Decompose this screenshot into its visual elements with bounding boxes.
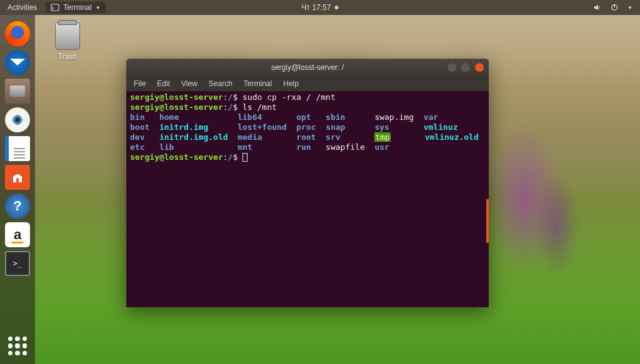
activities-button[interactable]: Activities (8, 3, 37, 12)
menu-help[interactable]: Help (279, 78, 302, 89)
window-title: sergiy@losst-server: / (271, 63, 344, 72)
menu-view[interactable]: View (178, 78, 201, 89)
terminal-line: sergiy@losst-server:/$ (130, 152, 485, 162)
trash-label: Trash (49, 52, 86, 61)
close-button[interactable] (475, 63, 484, 72)
chevron-down-icon: ▼ (96, 5, 101, 11)
minimize-button[interactable] (448, 63, 456, 72)
ls-output-row: etc lib mnt run swapfile usr (130, 142, 485, 152)
menu-edit[interactable]: Edit (153, 78, 174, 89)
ls-output-row: boot initrd.img lost+found proc snap sys… (130, 122, 485, 132)
terminal-body[interactable]: sergiy@losst-server:/$ sudo cp -rxa / /m… (126, 91, 489, 307)
dock-writer[interactable] (5, 136, 30, 161)
dock-files[interactable] (5, 79, 30, 104)
show-applications-button[interactable] (8, 337, 27, 355)
menubar: File Edit View Search Terminal Help (126, 76, 489, 91)
trash-icon (55, 22, 80, 50)
terminal-window: sergiy@losst-server: / File Edit View Se… (126, 59, 489, 307)
app-indicator-label: Terminal (63, 3, 91, 12)
maximize-button[interactable] (461, 63, 470, 72)
dock-rhythmbox[interactable] (5, 107, 30, 132)
terminal-line: sergiy@losst-server:/$ ls /mnt (130, 102, 485, 112)
dock-thunderbird[interactable] (5, 50, 30, 75)
top-bar: Activities Terminal ▼ Чт 17:57 ▼ (0, 0, 640, 15)
menu-file[interactable]: File (130, 78, 149, 89)
desktop-trash[interactable]: Trash (49, 22, 86, 61)
ls-output-row: bin home lib64 opt sbin swap.img var (130, 112, 485, 122)
notification-dot-icon (334, 6, 338, 9)
dock-amazon[interactable]: a (5, 222, 30, 247)
cursor (242, 153, 248, 162)
volume-icon[interactable] (592, 3, 601, 12)
menu-terminal[interactable]: Terminal (240, 78, 276, 89)
dock-help[interactable]: ? (5, 194, 30, 219)
power-icon[interactable] (610, 3, 619, 12)
dock-terminal[interactable]: >_ (5, 251, 30, 276)
ls-output-row: dev initrd.img.old media root srv tmp vm… (130, 132, 485, 142)
dock-firefox[interactable] (5, 21, 30, 46)
titlebar[interactable]: sergiy@losst-server: / (126, 59, 489, 76)
terminal-line: sergiy@losst-server:/$ sudo cp -rxa / /m… (130, 92, 485, 102)
system-menu-chevron-icon[interactable]: ▼ (628, 5, 632, 11)
app-indicator[interactable]: Terminal ▼ (46, 2, 105, 13)
menu-search[interactable]: Search (205, 78, 236, 89)
dock-software[interactable] (5, 165, 30, 190)
dock: ? a >_ (0, 15, 35, 364)
terminal-icon (51, 3, 59, 12)
clock[interactable]: Чт 17:57 (302, 3, 331, 12)
